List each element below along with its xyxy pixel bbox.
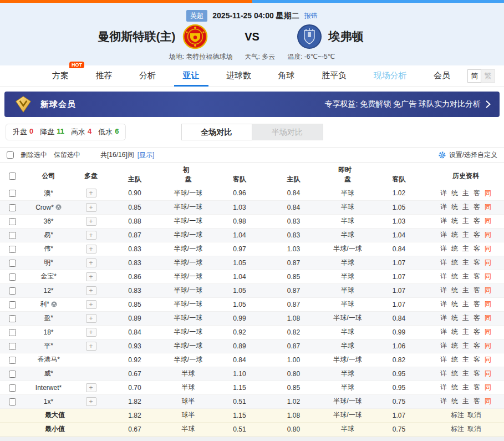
delete-selected-button[interactable]: 删除选中 [21, 150, 47, 160]
multi-expand-button[interactable]: + [86, 342, 96, 351]
multi-expand-button[interactable]: + [86, 189, 96, 197]
settings-button[interactable]: 设置/选择自定义 [438, 150, 497, 160]
history-link-stats[interactable]: 统 [451, 272, 458, 280]
history-link-home[interactable]: 主 [462, 328, 469, 336]
history-link-same[interactable]: 同 [485, 314, 491, 322]
report-error-link[interactable]: 报错 [304, 11, 318, 21]
history-link-detail[interactable]: 详 [440, 272, 447, 280]
history-link-away[interactable]: 客 [474, 272, 480, 280]
row-checkbox[interactable] [9, 232, 16, 239]
company-name[interactable]: 伟* [44, 244, 53, 254]
history-link-away[interactable]: 客 [474, 369, 480, 377]
row-checkbox[interactable] [9, 315, 16, 322]
row-checkbox[interactable] [9, 357, 16, 364]
tab-analysis[interactable]: 分析 [138, 65, 157, 87]
history-link-home[interactable]: 主 [462, 314, 469, 322]
company-name[interactable]: 明* [44, 258, 53, 267]
history-link-stats[interactable]: 统 [451, 383, 458, 391]
history-link-same[interactable]: 同 [485, 189, 491, 197]
history-link-stats[interactable]: 统 [451, 300, 458, 308]
vip-banner[interactable]: 新球会员 专享权益: 免费解锁 免广告 球队实力对比分析 [4, 92, 500, 117]
history-link-same[interactable]: 同 [485, 342, 491, 349]
league-badge[interactable]: 英超 [186, 10, 207, 22]
history-link-home[interactable]: 主 [462, 245, 469, 252]
history-link-home[interactable]: 主 [462, 300, 469, 308]
history-link-away[interactable]: 客 [474, 203, 480, 211]
history-link-home[interactable]: 主 [462, 369, 469, 377]
history-link-same[interactable]: 同 [485, 356, 491, 363]
row-checkbox[interactable] [9, 190, 16, 197]
history-link-same[interactable]: 同 [485, 369, 491, 377]
history-link-same[interactable]: 同 [485, 286, 491, 294]
cancel-link[interactable]: 取消 [467, 425, 481, 433]
history-link-stats[interactable]: 统 [451, 356, 458, 363]
history-link-home[interactable]: 主 [462, 217, 469, 225]
history-link-stats[interactable]: 统 [451, 369, 458, 377]
company-name[interactable]: 盈* [44, 313, 53, 323]
tab-member[interactable]: 会员 [432, 65, 451, 87]
row-checkbox[interactable] [9, 384, 16, 392]
company-name[interactable]: Crow* [35, 204, 54, 211]
history-link-away[interactable]: 客 [474, 245, 480, 252]
cancel-link[interactable]: 取消 [467, 411, 481, 419]
history-link-same[interactable]: 同 [485, 397, 491, 405]
history-link-same[interactable]: 同 [485, 231, 491, 239]
row-checkbox[interactable] [9, 343, 16, 350]
company-name[interactable]: Interwet* [35, 384, 62, 392]
company-name[interactable]: 利* [40, 300, 49, 309]
company-name[interactable]: 18* [43, 328, 53, 336]
history-link-detail[interactable]: 详 [440, 369, 447, 377]
history-link-detail[interactable]: 详 [440, 314, 447, 322]
row-checkbox[interactable] [9, 260, 16, 267]
company-name[interactable]: 平* [44, 341, 53, 351]
multi-expand-button[interactable]: + [86, 328, 96, 337]
history-link-same[interactable]: 同 [485, 300, 491, 308]
history-link-stats[interactable]: 统 [451, 245, 458, 252]
history-link-same[interactable]: 同 [485, 383, 491, 391]
history-link-home[interactable]: 主 [462, 286, 469, 294]
history-link-away[interactable]: 客 [474, 286, 480, 294]
lang-simplified-button[interactable]: 简 [467, 69, 481, 83]
row-checkbox[interactable] [9, 204, 16, 211]
history-link-detail[interactable]: 详 [440, 203, 447, 211]
history-link-detail[interactable]: 详 [440, 356, 447, 363]
multi-expand-button[interactable]: + [86, 245, 96, 254]
history-link-away[interactable]: 客 [474, 397, 480, 405]
history-link-away[interactable]: 客 [474, 342, 480, 349]
tab-plan[interactable]: 方案HOT [51, 65, 70, 87]
tab-win-draw-lose[interactable]: 胜平负 [320, 65, 348, 87]
history-link-same[interactable]: 同 [485, 258, 491, 266]
multi-expand-button[interactable]: + [86, 217, 96, 226]
history-link-home[interactable]: 主 [462, 189, 469, 197]
tab-recommend[interactable]: 推荐 [95, 65, 114, 87]
history-link-stats[interactable]: 统 [451, 189, 458, 197]
history-link-home[interactable]: 主 [462, 383, 469, 391]
history-link-away[interactable]: 客 [474, 231, 480, 239]
history-link-detail[interactable]: 详 [440, 245, 447, 252]
history-link-stats[interactable]: 统 [451, 397, 458, 405]
history-link-detail[interactable]: 详 [440, 328, 447, 336]
history-link-stats[interactable]: 统 [451, 203, 458, 211]
compare-tab-half-match[interactable]: 半场对比 [252, 124, 323, 140]
company-name[interactable]: 12* [43, 287, 53, 295]
history-link-home[interactable]: 主 [462, 231, 469, 239]
history-link-detail[interactable]: 详 [440, 189, 447, 197]
row-checkbox[interactable] [9, 301, 16, 308]
multi-expand-button[interactable]: + [86, 300, 96, 309]
company-name[interactable]: 澳* [44, 189, 53, 198]
row-checkbox[interactable] [9, 273, 16, 281]
history-link-stats[interactable]: 统 [451, 258, 458, 266]
history-link-detail[interactable]: 详 [440, 217, 447, 225]
history-link-detail[interactable]: 详 [440, 342, 447, 349]
multi-expand-button[interactable]: + [86, 231, 96, 240]
history-link-home[interactable]: 主 [462, 272, 469, 280]
company-name[interactable]: 香港马* [37, 355, 60, 364]
history-link-away[interactable]: 客 [474, 217, 480, 225]
history-link-stats[interactable]: 统 [451, 217, 458, 225]
company-name[interactable]: 易* [44, 230, 53, 240]
history-link-detail[interactable]: 详 [440, 258, 447, 266]
row-checkbox[interactable] [9, 246, 16, 253]
history-link-same[interactable]: 同 [485, 203, 491, 211]
history-link-away[interactable]: 客 [474, 189, 480, 197]
history-link-same[interactable]: 同 [485, 272, 491, 280]
